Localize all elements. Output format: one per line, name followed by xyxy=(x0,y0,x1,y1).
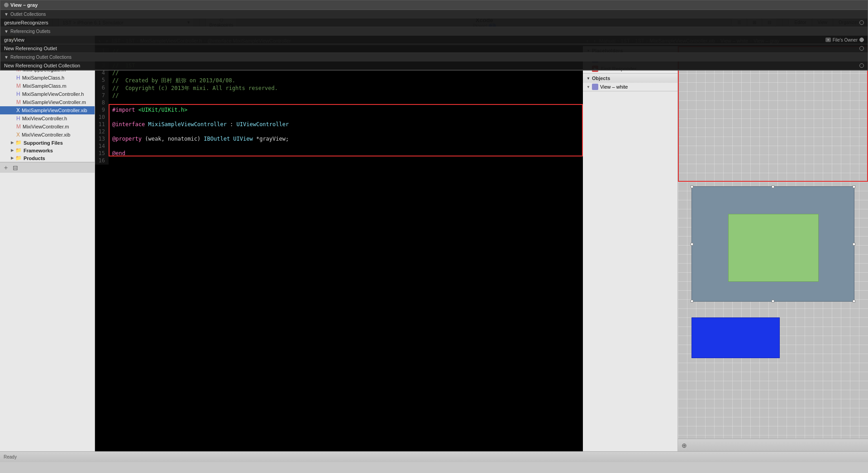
code-line-8: 8 xyxy=(95,99,583,107)
triangle-icon: ▶ xyxy=(11,141,14,145)
ib-zoom-icon[interactable]: ⊕ xyxy=(682,442,687,449)
group-folder-icon: 📁 xyxy=(15,155,22,161)
supporting-files-label: Supporting Files xyxy=(24,140,63,146)
sidebar-item-MixiSampleClass-m[interactable]: M MixiSampleClass.m xyxy=(0,82,95,90)
new-referencing-label: New Referencing Outlet xyxy=(583,46,678,51)
sidebar-group-products[interactable]: ▶ 📁 Products xyxy=(0,154,95,162)
resize-handle-tr[interactable] xyxy=(853,185,855,188)
view-white-label: View – white xyxy=(600,84,628,90)
code-line-9: 9 #import <UIKit/UIKit.h> xyxy=(95,107,583,114)
code-editor-area: ‹ › 1ST › 1ST › MixiSampleViewController… xyxy=(95,35,583,451)
file-name: MixiSampleViewController.xib xyxy=(22,108,87,113)
triangle-icon: ▼ xyxy=(587,76,590,80)
code-line-7: 7 // xyxy=(95,92,583,99)
xib-file-icon: X xyxy=(16,132,20,138)
sidebar-group-supporting[interactable]: ▶ 📁 Supporting Files xyxy=(0,139,95,147)
code-line-10: 10 xyxy=(95,114,583,121)
m-file-icon: M xyxy=(16,99,21,105)
resize-handle-bc[interactable] xyxy=(772,300,774,303)
group-folder-icon: 📁 xyxy=(15,147,22,153)
objects-section: ▼ Objects ▼ View – white xyxy=(583,74,677,91)
resize-handle-tl[interactable] xyxy=(691,185,693,188)
new-referencing-outlet-item[interactable]: New Referencing Outlet xyxy=(583,46,678,53)
code-line-14: 14 xyxy=(95,143,583,150)
code-line-11: 11 @interface MixiSampleViewController :… xyxy=(95,121,583,128)
sidebar-item-MixiSampleViewController-xib[interactable]: X MixiSampleViewController.xib xyxy=(0,106,95,114)
code-line-15: 15 @end xyxy=(95,150,583,157)
h-file-icon: H xyxy=(16,75,20,81)
resize-handle-bl[interactable] xyxy=(691,300,693,303)
view-icon xyxy=(592,84,598,90)
m-file-icon: M xyxy=(16,83,21,89)
products-label: Products xyxy=(24,156,45,161)
code-line-4: 4 // xyxy=(95,70,583,77)
main-area: ▼ 📁 1ST 1 target, iOS SDK 6.1 ▼ 📁 1ST H … xyxy=(0,35,868,451)
sidebar: ▼ 📁 1ST 1 target, iOS SDK 6.1 ▼ 📁 1ST H … xyxy=(0,35,95,451)
file-name: MixiViewController.h xyxy=(22,116,67,121)
canvas-view-gray[interactable] xyxy=(692,186,854,302)
sidebar-item-MixiSampleViewController-m[interactable]: M MixiSampleViewController.m xyxy=(0,98,95,106)
new-ref-outlet-collection-item[interactable]: New Referencing Outlet Collection xyxy=(583,61,678,70)
new-ref-collection-label: New Referencing Outlet Collection xyxy=(583,63,678,68)
resize-handle-mr[interactable] xyxy=(853,243,855,246)
ib-inspector: ▼ Placeholders ■ File's Owner ▶ First Re… xyxy=(583,46,678,451)
file-name: MixiViewController.m xyxy=(23,124,69,129)
sidebar-item-MixiViewController-m[interactable]: M MixiViewController.m xyxy=(0,123,95,131)
add-icon[interactable]: ＋ xyxy=(2,163,10,173)
connection-popover: View – gray ▼ Outlet Collections gesture… xyxy=(583,46,678,71)
xib-file-icon: X xyxy=(16,107,20,114)
triangle-icon: ▼ xyxy=(587,85,590,89)
code-line-13: 13 @property (weak, nonatomic) IBOutlet … xyxy=(95,136,583,143)
file-name: MixiViewController.xib xyxy=(22,132,70,137)
view-white-item[interactable]: ▼ View – white xyxy=(583,83,677,91)
sidebar-item-MixiSampleClass-h[interactable]: H MixiSampleClass.h xyxy=(0,74,95,82)
group-folder-icon: 📁 xyxy=(15,140,22,146)
code-line-12: 12 xyxy=(95,128,583,136)
sidebar-item-MixiViewController-h[interactable]: H MixiViewController.h xyxy=(0,114,95,123)
ib-bottom-toolbar: ⊕ xyxy=(678,439,868,451)
sidebar-group-frameworks[interactable]: ▶ 📁 Frameworks xyxy=(0,147,95,154)
ib-main: ▼ Placeholders ■ File's Owner ▶ First Re… xyxy=(583,46,868,451)
code-line-16: 16 xyxy=(95,157,583,165)
triangle-icon: ▶ xyxy=(11,148,14,152)
ref-outlet-collections-header: ▼ Referencing Outlet Collections xyxy=(583,53,678,61)
resize-handle-ml[interactable] xyxy=(691,243,693,246)
ib-canvas[interactable]: ⊕ xyxy=(678,46,868,451)
h-file-icon: H xyxy=(16,115,20,122)
ib-area: ‹ › Manual › 1ST › 1ST › MixiSampleViewC… xyxy=(583,35,868,451)
file-name: MixiSampleClass.m xyxy=(23,83,67,89)
filter-icon[interactable]: ⊟ xyxy=(12,163,19,172)
status-text: Ready xyxy=(4,454,17,459)
code-line-6: 6 // Copyright (c) 2013年 mixi. All right… xyxy=(95,85,583,92)
h-file-icon: H xyxy=(16,91,20,97)
resize-handle-br[interactable] xyxy=(853,300,855,303)
objects-label: Objects xyxy=(592,76,610,81)
bottom-bar: Ready xyxy=(0,451,868,462)
sidebar-bottom-bar: ＋ ⊟ xyxy=(0,162,95,173)
objects-header: ▼ Objects xyxy=(583,74,677,83)
file-name: MixiSampleViewController.m xyxy=(23,99,86,105)
code-line-5: 5 // Created by 田村 航弥 on 2013/04/08. xyxy=(95,77,583,85)
m-file-icon: M xyxy=(16,123,21,130)
sidebar-item-MixiSampleViewController-h[interactable]: H MixiSampleViewController.h xyxy=(0,90,95,98)
frameworks-label: Frameworks xyxy=(24,148,53,153)
file-name: MixiSampleClass.h xyxy=(22,75,65,80)
canvas-view-green[interactable] xyxy=(728,214,819,282)
file-name: MixiSampleViewController.h xyxy=(22,91,84,97)
triangle-icon: ▶ xyxy=(11,156,14,160)
sidebar-item-MixiViewController-xib[interactable]: X MixiViewController.xib xyxy=(0,131,95,139)
resize-handle-tc[interactable] xyxy=(772,185,774,188)
canvas-view-blue[interactable] xyxy=(692,317,780,358)
code-editor[interactable]: 1 // 2 // MixiSampleViewController.h 3 /… xyxy=(95,46,583,451)
